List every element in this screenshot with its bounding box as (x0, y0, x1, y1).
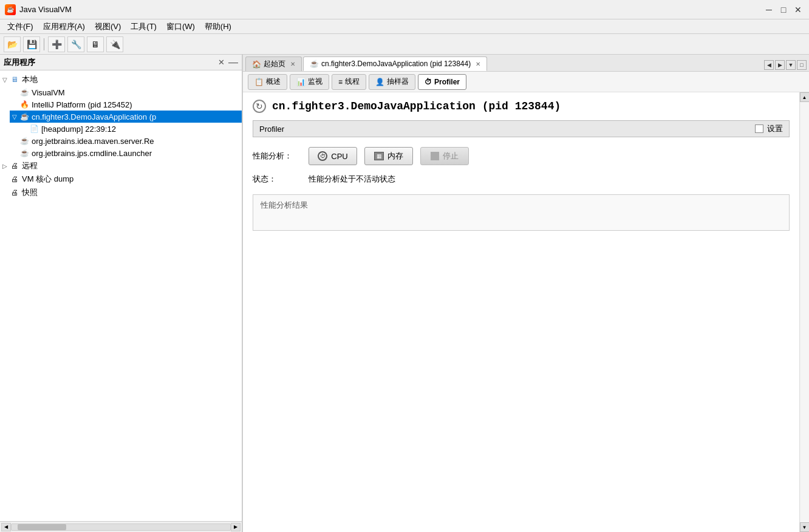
app-tab-close[interactable]: ✕ (476, 61, 480, 67)
intellij-label: IntelliJ Platform (pid 125452) (32, 100, 132, 109)
content-wrapper: ↻ cn.fighter3.DemoJavaApplication (pid 1… (243, 92, 809, 532)
tab-prev-button[interactable]: ◀ (764, 60, 774, 70)
memory-label: 内存 (387, 151, 403, 162)
status-label: 状态： (253, 174, 301, 185)
start-tab[interactable]: 🏠 起始页 ✕ (245, 56, 302, 71)
left-panel: 应用程序 ✕ — ▽ 🖥 本地 ☕ VisualVM 🔥 (0, 55, 243, 532)
cpu-button[interactable]: ⏱ CPU (309, 147, 357, 165)
heapdump-icon: 📄 (29, 124, 39, 134)
save-button[interactable]: 💾 (23, 36, 40, 52)
menu-view[interactable]: 视图(V) (90, 20, 126, 33)
left-panel-minimize-btn[interactable]: — (228, 57, 238, 68)
tree-item-intellij[interactable]: 🔥 IntelliJ Platform (pid 125452) (10, 98, 242, 111)
tree-item-demo-app[interactable]: ▽ ☕ cn.fighter3.DemoJavaApplication (p (10, 111, 242, 123)
left-scrollbar: ◀ ▶ (0, 521, 242, 532)
add-local-button[interactable]: ➕ (48, 36, 65, 52)
results-label: 性能分析结果 (261, 200, 308, 210)
vmdump-icon: 🖨 (10, 174, 19, 184)
remote-toggle[interactable]: ▷ (2, 163, 10, 169)
start-tab-icon: 🏠 (252, 60, 261, 69)
tree-item-visualvm[interactable]: ☕ VisualVM (10, 86, 242, 98)
scroll-thumb (18, 524, 66, 530)
subtab-profiler[interactable]: ⏱ Profiler (418, 74, 466, 90)
tab-next-button[interactable]: ▶ (775, 60, 785, 70)
open-button[interactable]: 📂 (4, 36, 21, 52)
left-panel-title: 应用程序 (4, 57, 35, 68)
restore-button[interactable]: □ (777, 4, 790, 16)
tree-item-remote[interactable]: ▷ 🖨 远程 (0, 159, 242, 172)
stop-icon (431, 152, 439, 160)
local-toggle[interactable]: ▽ (2, 77, 10, 83)
local-label: 本地 (22, 74, 38, 85)
heapdump-label: [heapdump] 22:39:12 (41, 124, 116, 134)
app-tab-icon: ☕ (310, 60, 319, 68)
results-section: 性能分析结果 (253, 194, 790, 231)
tab-maximize-button[interactable]: □ (797, 60, 807, 70)
tree-item-jps[interactable]: ☕ org.jetbrains.jps.cmdline.Launcher (10, 147, 242, 159)
profiler-label: Profiler (434, 78, 460, 86)
subtab-threads[interactable]: ≡ 线程 (332, 74, 366, 90)
tree-item-vmdump[interactable]: 🖨 VM 核心 dump (0, 172, 242, 186)
scroll-left-arrow[interactable]: ◀ (1, 523, 11, 531)
app-tab[interactable]: ☕ cn.fighter3.DemoJavaApplication (pid 1… (303, 56, 487, 71)
intellij-icon: 🔥 (19, 100, 29, 109)
tab-dropdown-button[interactable]: ▼ (786, 60, 796, 70)
left-panel-close-btn[interactable]: ✕ (218, 58, 225, 67)
subtab-overview[interactable]: 📋 概述 (248, 74, 287, 90)
profiler-header: Profiler 设置 (253, 120, 790, 137)
computer-icon: 🖥 (10, 75, 19, 84)
sampler-label: 抽样器 (387, 77, 409, 87)
remote-button[interactable]: 🖥 (87, 36, 104, 52)
performance-label: 性能分析： (253, 151, 301, 162)
scroll-down-button[interactable]: ▼ (800, 522, 810, 532)
demo-app-icon: ☕ (19, 112, 29, 121)
subtab-monitor[interactable]: 📊 监视 (290, 74, 329, 90)
menu-help[interactable]: 帮助(H) (200, 20, 236, 33)
minimize-button[interactable]: ─ (763, 4, 775, 16)
title-bar-controls[interactable]: ─ □ ✕ (763, 4, 804, 16)
app-tab-label: cn.fighter3.DemoJavaApplication (pid 123… (321, 60, 471, 68)
remote-label: 远程 (22, 160, 38, 171)
menu-app[interactable]: 应用程序(A) (38, 20, 90, 33)
scroll-up-button[interactable]: ▲ (800, 92, 810, 102)
tree-item-local[interactable]: ▽ 🖥 本地 (0, 73, 242, 86)
cpu-icon: ⏱ (318, 151, 327, 161)
left-panel-header: 应用程序 ✕ — (0, 55, 242, 70)
memory-button[interactable]: ▦ 内存 (364, 147, 413, 165)
performance-row: 性能分析： ⏱ CPU ▦ 内存 停止 (253, 147, 790, 165)
sampler-icon: 👤 (375, 78, 384, 86)
plugin-button[interactable]: 🔌 (106, 36, 123, 52)
subtab-sampler[interactable]: 👤 抽样器 (369, 74, 415, 90)
tree-item-maven[interactable]: ☕ org.jetbrains.idea.maven.server.Re (10, 135, 242, 147)
snapshot-label: 快照 (22, 187, 38, 198)
settings-checkbox[interactable] (755, 124, 763, 133)
menu-file[interactable]: 文件(F) (2, 20, 38, 33)
toolbar: 📂 💾 ➕ 🔧 🖥 🔌 (0, 34, 809, 55)
window-title: Java VisualVM (19, 5, 72, 14)
start-tab-close[interactable]: ✕ (290, 61, 295, 67)
status-value: 性能分析处于不活动状态 (309, 174, 395, 185)
jmx-button[interactable]: 🔧 (67, 36, 84, 52)
title-bar: ☕ Java VisualVM ─ □ ✕ (0, 0, 809, 19)
threads-icon: ≡ (338, 78, 343, 86)
menu-tools[interactable]: 工具(T) (126, 20, 162, 33)
demo-app-label: cn.fighter3.DemoJavaApplication (p (32, 112, 156, 121)
scroll-right-arrow[interactable]: ▶ (231, 523, 241, 531)
menu-window[interactable]: 窗口(W) (162, 20, 200, 33)
tree-item-snapshot[interactable]: 🖨 快照 (0, 186, 242, 199)
tab-nav-controls: ◀ ▶ ▼ □ (764, 60, 807, 71)
scroll-track[interactable] (11, 523, 231, 531)
demo-app-toggle[interactable]: ▽ (12, 114, 19, 120)
maven-label: org.jetbrains.idea.maven.server.Re (32, 137, 154, 146)
jps-label: org.jetbrains.jps.cmdline.Launcher (32, 149, 152, 158)
scrollbar-track[interactable] (800, 102, 809, 522)
tree-item-heapdump[interactable]: 📄 [heapdump] 22:39:12 (19, 123, 242, 135)
title-bar-left: ☕ Java VisualVM (5, 4, 72, 15)
app-title-text: cn.fighter3.DemoJavaApplication (pid 123… (272, 100, 561, 112)
profiler-section-title: Profiler (259, 124, 284, 134)
profiler-settings: 设置 (755, 123, 783, 134)
close-button[interactable]: ✕ (792, 4, 804, 16)
stop-button[interactable]: 停止 (420, 147, 469, 165)
monitor-icon: 📊 (296, 78, 306, 86)
monitor-label: 监视 (308, 77, 323, 87)
